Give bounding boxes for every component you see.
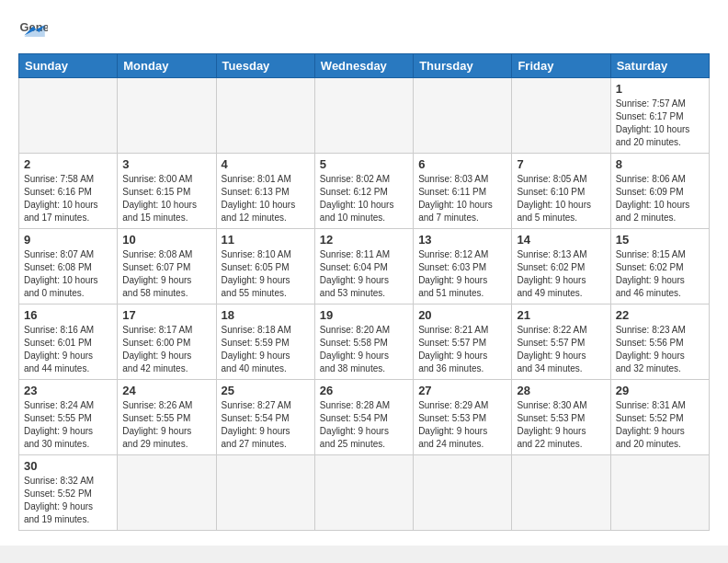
calendar-cell — [414, 78, 512, 154]
calendar-cell — [512, 455, 610, 531]
day-number: 16 — [24, 308, 112, 322]
day-info: Sunrise: 8:20 AM Sunset: 5:58 PM Dayligh… — [320, 324, 408, 375]
day-number: 6 — [418, 157, 506, 171]
week-row-2: 9Sunrise: 8:07 AM Sunset: 6:08 PM Daylig… — [19, 229, 710, 304]
day-number: 20 — [418, 308, 506, 322]
calendar-cell: 25Sunrise: 8:27 AM Sunset: 5:54 PM Dayli… — [216, 380, 314, 455]
calendar-cell: 23Sunrise: 8:24 AM Sunset: 5:55 PM Dayli… — [19, 380, 118, 455]
calendar-cell: 16Sunrise: 8:16 AM Sunset: 6:01 PM Dayli… — [19, 304, 118, 380]
calendar-cell — [512, 78, 610, 154]
day-number: 27 — [418, 384, 506, 397]
header-wednesday: Wednesday — [314, 54, 413, 78]
day-info: Sunrise: 8:07 AM Sunset: 6:08 PM Dayligh… — [24, 248, 112, 300]
calendar-cell — [216, 455, 314, 531]
calendar-cell: 3Sunrise: 8:00 AM Sunset: 6:15 PM Daylig… — [118, 154, 216, 229]
day-number: 10 — [122, 233, 210, 247]
day-info: Sunrise: 8:18 AM Sunset: 5:59 PM Dayligh… — [222, 324, 310, 375]
calendar-cell: 2Sunrise: 7:58 AM Sunset: 6:16 PM Daylig… — [19, 154, 118, 229]
day-info: Sunrise: 8:05 AM Sunset: 6:10 PM Dayligh… — [517, 173, 605, 224]
week-row-1: 2Sunrise: 7:58 AM Sunset: 6:16 PM Daylig… — [19, 154, 710, 229]
day-info: Sunrise: 8:02 AM Sunset: 6:12 PM Dayligh… — [320, 173, 408, 224]
calendar-cell: 11Sunrise: 8:10 AM Sunset: 6:05 PM Dayli… — [216, 229, 314, 304]
calendar-cell — [118, 455, 216, 531]
calendar-cell — [414, 455, 512, 531]
day-info: Sunrise: 8:03 AM Sunset: 6:11 PM Dayligh… — [418, 173, 506, 224]
calendar-cell: 8Sunrise: 8:06 AM Sunset: 6:09 PM Daylig… — [610, 154, 709, 229]
logo-icon: General — [18, 15, 48, 44]
header-thursday: Thursday — [414, 54, 512, 78]
calendar-cell: 30Sunrise: 8:32 AM Sunset: 5:52 PM Dayli… — [19, 455, 118, 531]
day-number: 30 — [24, 459, 112, 473]
header: General — [18, 15, 710, 44]
week-row-5: 30Sunrise: 8:32 AM Sunset: 5:52 PM Dayli… — [19, 455, 710, 531]
day-info: Sunrise: 8:28 AM Sunset: 5:54 PM Dayligh… — [320, 399, 408, 451]
day-info: Sunrise: 8:31 AM Sunset: 5:52 PM Dayligh… — [616, 399, 704, 451]
calendar-cell: 14Sunrise: 8:13 AM Sunset: 6:02 PM Dayli… — [512, 229, 610, 304]
week-row-4: 23Sunrise: 8:24 AM Sunset: 5:55 PM Dayli… — [19, 380, 710, 455]
calendar-cell: 18Sunrise: 8:18 AM Sunset: 5:59 PM Dayli… — [216, 304, 314, 380]
day-number: 1 — [616, 82, 704, 96]
header-saturday: Saturday — [610, 54, 709, 78]
day-number: 17 — [122, 308, 210, 322]
day-number: 19 — [320, 308, 408, 322]
day-info: Sunrise: 8:15 AM Sunset: 6:02 PM Dayligh… — [616, 248, 704, 300]
calendar-cell: 4Sunrise: 8:01 AM Sunset: 6:13 PM Daylig… — [216, 154, 314, 229]
day-info: Sunrise: 7:57 AM Sunset: 6:17 PM Dayligh… — [616, 98, 704, 149]
calendar-cell: 12Sunrise: 8:11 AM Sunset: 6:04 PM Dayli… — [314, 229, 413, 304]
calendar-cell: 6Sunrise: 8:03 AM Sunset: 6:11 PM Daylig… — [414, 154, 512, 229]
day-number: 28 — [517, 384, 605, 397]
day-number: 15 — [616, 233, 704, 247]
day-info: Sunrise: 8:17 AM Sunset: 6:00 PM Dayligh… — [122, 324, 210, 375]
day-info: Sunrise: 8:06 AM Sunset: 6:09 PM Dayligh… — [616, 173, 704, 224]
calendar-cell: 26Sunrise: 8:28 AM Sunset: 5:54 PM Dayli… — [314, 380, 413, 455]
calendar-header: SundayMondayTuesdayWednesdayThursdayFrid… — [19, 54, 710, 78]
day-number: 29 — [616, 384, 704, 397]
day-number: 26 — [320, 384, 408, 397]
day-info: Sunrise: 8:00 AM Sunset: 6:15 PM Dayligh… — [122, 173, 210, 224]
calendar-cell: 1Sunrise: 7:57 AM Sunset: 6:17 PM Daylig… — [610, 78, 709, 154]
calendar-cell: 21Sunrise: 8:22 AM Sunset: 5:57 PM Dayli… — [512, 304, 610, 380]
day-number: 4 — [222, 157, 310, 171]
day-info: Sunrise: 8:30 AM Sunset: 5:53 PM Dayligh… — [517, 399, 605, 451]
week-row-0: 1Sunrise: 7:57 AM Sunset: 6:17 PM Daylig… — [19, 78, 710, 154]
day-info: Sunrise: 8:16 AM Sunset: 6:01 PM Dayligh… — [24, 324, 112, 375]
calendar-cell: 10Sunrise: 8:08 AM Sunset: 6:07 PM Dayli… — [118, 229, 216, 304]
header-tuesday: Tuesday — [216, 54, 314, 78]
day-info: Sunrise: 8:11 AM Sunset: 6:04 PM Dayligh… — [320, 248, 408, 300]
day-number: 12 — [320, 233, 408, 247]
calendar-cell — [216, 78, 314, 154]
day-number: 3 — [122, 157, 210, 171]
calendar-page: General SundayMondayTuesdayWednesdayThur… — [0, 0, 728, 546]
calendar-cell — [19, 78, 118, 154]
week-row-3: 16Sunrise: 8:16 AM Sunset: 6:01 PM Dayli… — [19, 304, 710, 380]
day-number: 5 — [320, 157, 408, 171]
calendar-cell: 15Sunrise: 8:15 AM Sunset: 6:02 PM Dayli… — [610, 229, 709, 304]
calendar-cell — [314, 455, 413, 531]
day-number: 2 — [24, 157, 112, 171]
calendar-cell — [610, 455, 709, 531]
header-sunday: Sunday — [19, 54, 118, 78]
day-info: Sunrise: 8:08 AM Sunset: 6:07 PM Dayligh… — [122, 248, 210, 300]
calendar-cell: 22Sunrise: 8:23 AM Sunset: 5:56 PM Dayli… — [610, 304, 709, 380]
day-info: Sunrise: 8:32 AM Sunset: 5:52 PM Dayligh… — [24, 475, 112, 526]
day-info: Sunrise: 8:26 AM Sunset: 5:55 PM Dayligh… — [122, 399, 210, 451]
logo: General — [18, 15, 51, 44]
calendar-cell — [118, 78, 216, 154]
day-number: 13 — [418, 233, 506, 247]
calendar-cell: 9Sunrise: 8:07 AM Sunset: 6:08 PM Daylig… — [19, 229, 118, 304]
day-info: Sunrise: 8:13 AM Sunset: 6:02 PM Dayligh… — [517, 248, 605, 300]
calendar-cell — [314, 78, 413, 154]
header-friday: Friday — [512, 54, 610, 78]
day-number: 8 — [616, 157, 704, 171]
calendar-cell: 29Sunrise: 8:31 AM Sunset: 5:52 PM Dayli… — [610, 380, 709, 455]
day-info: Sunrise: 8:10 AM Sunset: 6:05 PM Dayligh… — [222, 248, 310, 300]
day-number: 25 — [222, 384, 310, 397]
day-number: 11 — [222, 233, 310, 247]
day-number: 9 — [24, 233, 112, 247]
day-info: Sunrise: 8:29 AM Sunset: 5:53 PM Dayligh… — [418, 399, 506, 451]
day-info: Sunrise: 8:21 AM Sunset: 5:57 PM Dayligh… — [418, 324, 506, 375]
day-number: 21 — [517, 308, 605, 322]
day-number: 22 — [616, 308, 704, 322]
calendar-cell: 28Sunrise: 8:30 AM Sunset: 5:53 PM Dayli… — [512, 380, 610, 455]
day-info: Sunrise: 7:58 AM Sunset: 6:16 PM Dayligh… — [24, 173, 112, 224]
